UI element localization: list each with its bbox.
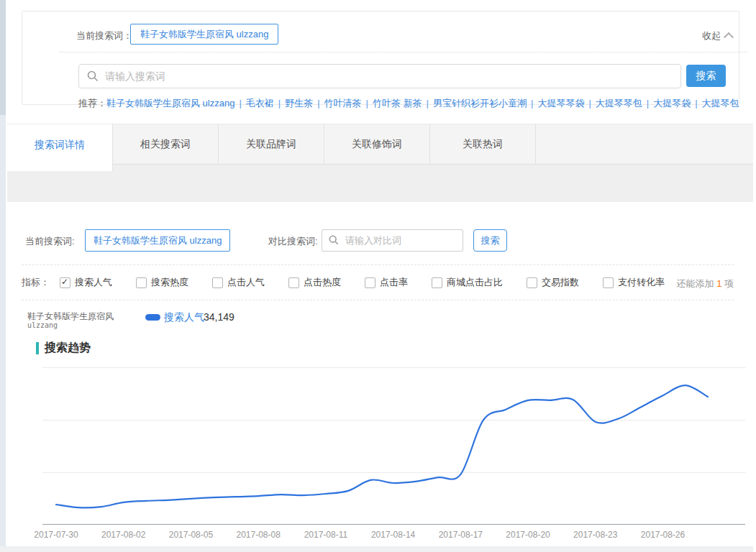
metric-label: 搜索人气 bbox=[75, 276, 112, 289]
metrics-label: 指标： bbox=[22, 276, 50, 289]
recommend-links: 鞋子女韩版学生原宿风 ulzzang|毛衣裙|野生茶|竹叶清茶|竹叶茶 新茶|男… bbox=[106, 98, 739, 109]
metric-label: 搜索热度 bbox=[151, 276, 188, 289]
recommend-row: 推荐：鞋子女韩版学生原宿风 ulzzang|毛衣裙|野生茶|竹叶清茶|竹叶茶 新… bbox=[78, 97, 739, 110]
page-bottom-edge bbox=[0, 546, 753, 552]
add-metric-hint: 还能添加 1 项 bbox=[633, 277, 734, 290]
compare-search-button[interactable]: 搜索 bbox=[473, 229, 507, 252]
divider bbox=[60, 52, 747, 52]
search-input[interactable] bbox=[104, 65, 675, 88]
legend-series-marker bbox=[145, 314, 160, 321]
tab-相关搜索词[interactable]: 相关搜索词 bbox=[113, 124, 219, 164]
collapse-label: 收起 bbox=[702, 30, 721, 41]
section-band: 搜索趋势 bbox=[7, 165, 753, 202]
x-tick-label: 2017-08-23 bbox=[562, 530, 629, 540]
metric-checkbox-点击人气[interactable]: 点击人气 bbox=[212, 276, 265, 289]
recommend-link[interactable]: 男宝针织衫开衫小童潮 bbox=[433, 98, 527, 109]
tab-搜索词详情[interactable]: 搜索词详情 bbox=[7, 124, 113, 171]
metric-label: 点击率 bbox=[380, 276, 408, 289]
recommend-link[interactable]: 大提琴琴袋 bbox=[537, 98, 584, 109]
recommend-label: 推荐： bbox=[78, 98, 106, 109]
checkbox-icon[interactable] bbox=[432, 277, 442, 288]
metric-label: 商城点击占比 bbox=[447, 276, 503, 289]
search-icon bbox=[329, 235, 339, 245]
checkbox-icon[interactable] bbox=[365, 277, 375, 288]
recommend-link[interactable]: 野生茶 bbox=[285, 98, 313, 109]
compare-input[interactable] bbox=[344, 230, 462, 251]
tab-关联热词[interactable]: 关联热词 bbox=[430, 124, 536, 164]
search-analytics-page: 当前搜索词： 鞋子女韩版学生原宿风 ulzzang 收起 搜索 推荐：鞋子女韩版… bbox=[0, 0, 756, 552]
series-line bbox=[56, 385, 708, 507]
metric-checkbox-点击率[interactable]: 点击率 bbox=[365, 276, 408, 289]
x-tick-label: 2017-08-05 bbox=[157, 530, 224, 540]
recommend-link[interactable]: 鞋子女韩版学生原宿风 ulzzang bbox=[106, 98, 234, 109]
recommend-link[interactable]: 竹叶茶 新茶 bbox=[373, 98, 422, 109]
compare-box bbox=[322, 229, 463, 252]
divider bbox=[22, 300, 734, 300]
tab-关联品牌词[interactable]: 关联品牌词 bbox=[219, 124, 324, 164]
metric-checkbox-商城点击占比[interactable]: 商城点击占比 bbox=[432, 276, 503, 289]
separator: | bbox=[588, 98, 591, 109]
checkbox-icon[interactable] bbox=[527, 277, 537, 288]
metric-label: 点击热度 bbox=[304, 276, 341, 289]
scrollbar-thumb[interactable] bbox=[0, 0, 6, 115]
current-term-label: 当前搜索词： bbox=[76, 29, 132, 42]
divider bbox=[22, 264, 734, 265]
metric-checkbox-点击热度[interactable]: 点击热度 bbox=[288, 276, 341, 289]
x-tick-label: 2017-08-20 bbox=[494, 530, 562, 540]
collapse-toggle[interactable]: 收起 bbox=[702, 29, 732, 42]
separator: | bbox=[366, 98, 368, 109]
compare-current-label: 当前搜索词: bbox=[25, 235, 75, 248]
separator: | bbox=[427, 98, 429, 109]
x-tick-label: 2017-08-26 bbox=[629, 530, 697, 540]
metric-label: 交易指数 bbox=[542, 276, 579, 289]
tab-bar-filler bbox=[536, 124, 753, 164]
legend-series-label[interactable]: 搜索人气 bbox=[164, 311, 204, 324]
search-term-card: 当前搜索词： 鞋子女韩版学生原宿风 ulzzang 收起 搜索 推荐：鞋子女韩版… bbox=[22, 11, 739, 105]
checkbox-icon[interactable] bbox=[60, 277, 70, 288]
checkbox-icon[interactable] bbox=[603, 277, 614, 288]
separator: | bbox=[531, 98, 533, 109]
recommend-link[interactable]: 竹叶清茶 bbox=[324, 98, 362, 109]
separator: | bbox=[695, 98, 697, 109]
trend-line-chart[interactable] bbox=[0, 344, 753, 546]
checkbox-icon[interactable] bbox=[288, 277, 299, 288]
separator: | bbox=[278, 98, 281, 109]
x-tick-label: 2017-08-11 bbox=[292, 530, 360, 540]
current-term-chip[interactable]: 鞋子女韩版学生原宿风 ulzzang bbox=[130, 24, 278, 45]
x-tick-label: 2017-08-14 bbox=[360, 530, 427, 540]
metric-checkbox-交易指数[interactable]: 交易指数 bbox=[527, 276, 579, 289]
x-tick-label: 2017-08-08 bbox=[224, 530, 292, 540]
checkbox-icon[interactable] bbox=[212, 277, 223, 288]
recommend-link[interactable]: 大提琴包 bbox=[702, 98, 739, 109]
search-box bbox=[78, 64, 681, 88]
metric-label: 点击人气 bbox=[227, 276, 265, 289]
chevron-up-icon bbox=[724, 32, 734, 42]
checkbox-icon[interactable] bbox=[136, 277, 147, 288]
x-tick-label: 2017-08-02 bbox=[90, 530, 158, 540]
metric-checkbox-搜索人气[interactable]: 搜索人气 bbox=[60, 276, 112, 289]
separator: | bbox=[647, 98, 649, 109]
metrics-row: 指标： 搜索人气搜索热度点击人气点击热度点击率商城点击占比交易指数支付转化率 bbox=[22, 276, 688, 289]
x-tick-label: 2017-08-17 bbox=[427, 530, 494, 540]
separator: | bbox=[239, 98, 241, 109]
recommend-link[interactable]: 大提琴琴包 bbox=[596, 98, 642, 109]
metric-checkbox-搜索热度[interactable]: 搜索热度 bbox=[136, 276, 188, 289]
x-tick-label: 2017-07-30 bbox=[22, 530, 90, 540]
compare-current-term-chip[interactable]: 鞋子女韩版学生原宿风 ulzzang bbox=[85, 229, 230, 252]
legend-term-line2: ulzzang bbox=[27, 321, 58, 329]
recommend-link[interactable]: 毛衣裙 bbox=[246, 98, 274, 109]
compare-term-label: 对比搜索词: bbox=[268, 235, 318, 248]
recommend-link[interactable]: 大提琴袋 bbox=[653, 98, 691, 109]
search-icon bbox=[87, 70, 99, 82]
search-button[interactable]: 搜索 bbox=[686, 65, 726, 87]
tab-bar: 搜索词详情相关搜索词关联品牌词关联修饰词关联热词 bbox=[7, 124, 753, 165]
tab-关联修饰词[interactable]: 关联修饰词 bbox=[324, 124, 430, 164]
separator: | bbox=[317, 98, 319, 109]
legend-series-value: 34,149 bbox=[204, 311, 234, 323]
